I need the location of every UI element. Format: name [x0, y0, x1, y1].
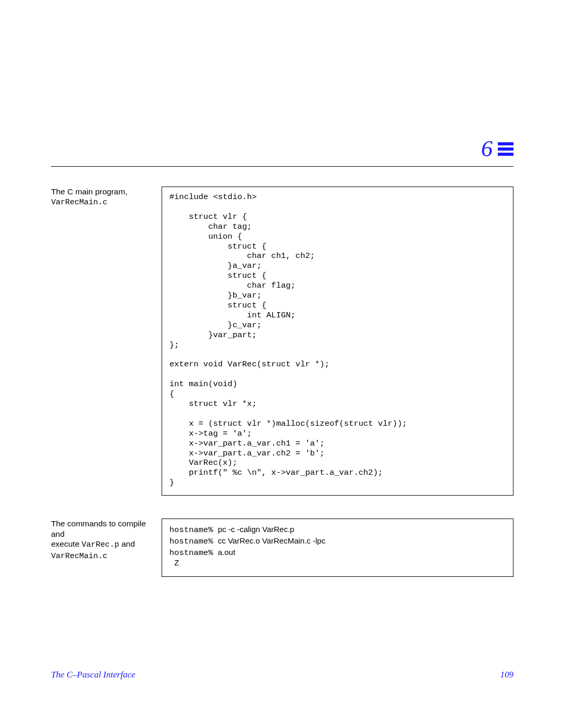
svg-rect-0 — [498, 142, 513, 145]
menu-bars-icon — [498, 141, 513, 157]
command-box: hostname% pc -c -calign VarRec.p hostnam… — [162, 519, 513, 576]
desc-text: and — [119, 539, 135, 548]
page-footer: The C–Pascal Interface 109 — [51, 670, 513, 680]
command-output: Z — [169, 559, 506, 569]
content-area: The C main program, VarRecMain.c #includ… — [51, 187, 513, 600]
header-rule — [51, 166, 513, 167]
desc-text: The C main program, — [51, 187, 127, 196]
chapter-number: 6 — [481, 135, 493, 162]
code-listing: #include <stdio.h> struct vlr { char tag… — [169, 192, 506, 488]
desc-filename: VarRec.p — [82, 540, 119, 549]
footer-title: The C–Pascal Interface — [51, 670, 135, 680]
command-text: a.out — [218, 548, 235, 557]
desc-text: The commands to compile and — [51, 519, 146, 538]
footer-page-number: 109 — [500, 670, 514, 680]
command-text: pc -c -calign VarRec.p — [218, 525, 294, 534]
command-text: cc VarRec.o VarRecMain.c -lpc — [218, 536, 325, 545]
desc-filename: VarRecMain.c — [51, 552, 107, 561]
desc-text: execute — [51, 539, 82, 548]
command-line: hostname% cc VarRec.o VarRecMain.c -lpc — [169, 536, 506, 547]
code-description: The C main program, VarRecMain.c — [51, 187, 162, 208]
command-block-row: The commands to compile and execute VarR… — [51, 519, 513, 576]
code-box: #include <stdio.h> struct vlr { char tag… — [162, 187, 513, 496]
prompt: hostname% — [169, 537, 218, 546]
code-block-row: The C main program, VarRecMain.c #includ… — [51, 187, 513, 496]
command-line: hostname% pc -c -calign VarRec.p — [169, 524, 506, 536]
chapter-header: 6 — [51, 135, 513, 167]
command-description: The commands to compile and execute VarR… — [51, 519, 162, 561]
chapter-row: 6 — [51, 135, 513, 165]
svg-rect-2 — [498, 153, 513, 156]
command-line: hostname% a.out — [169, 547, 506, 559]
page: 6 The C main program, VarRecMain.c #incl… — [0, 0, 563, 728]
prompt: hostname% — [169, 525, 218, 535]
svg-rect-1 — [498, 147, 513, 151]
prompt: hostname% — [169, 548, 218, 558]
desc-filename: VarRecMain.c — [51, 198, 107, 207]
